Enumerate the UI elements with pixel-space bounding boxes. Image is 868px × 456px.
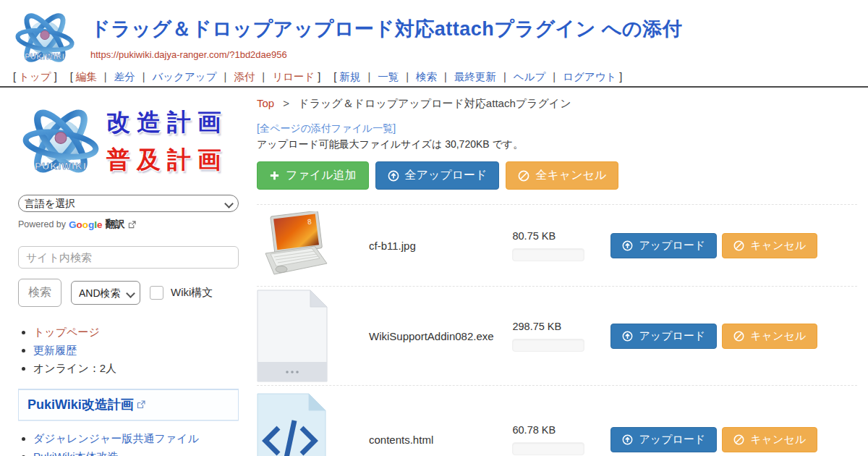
nav-divider: |	[553, 71, 556, 83]
file-thumbnail-laptop: 8	[257, 211, 333, 280]
ban-icon	[518, 170, 529, 182]
nav-item-backup[interactable]: バックアップ	[152, 71, 216, 83]
sidebar-quick-links: トップページ 更新履歴 オンライン：2人	[18, 324, 239, 376]
upload-circle-icon	[622, 434, 633, 445]
upload-all-button[interactable]: 全アップロード	[375, 161, 500, 190]
upload-label: アップロード	[639, 329, 705, 343]
breadcrumb-home-link[interactable]: Top	[257, 97, 274, 109]
sidebar-section-box: PukiWiki改造計画	[18, 389, 239, 421]
upload-button[interactable]: アップロード	[610, 233, 717, 258]
nav-divider: |	[262, 71, 265, 83]
nav-item-top[interactable]: トップ	[19, 71, 51, 83]
nav-item-attach[interactable]: 添付	[234, 71, 255, 83]
nav-group-site: [ 新規 | 一覧 | 検索 | 最終更新 | ヘルプ | ログアウト ]	[333, 71, 622, 83]
sidebar-link-core-mods[interactable]: PukiWiki本体改造	[33, 450, 119, 456]
cancel-button[interactable]: キャンセル	[722, 427, 817, 452]
nav-item-new[interactable]: 新規	[339, 71, 360, 83]
cancel-all-label: 全キャンセル	[535, 168, 606, 183]
external-link-icon	[128, 221, 136, 229]
nav-item-help[interactable]: ヘルプ	[514, 71, 546, 83]
file-actions: アップロード キャンセル	[610, 324, 817, 349]
ban-icon	[733, 240, 744, 251]
progress-bar	[512, 248, 584, 261]
file-size: 80.75 KB	[512, 230, 597, 242]
bracket: ]	[619, 71, 622, 83]
sidebar-logo-slogan: 改造計画 普及計画	[106, 104, 228, 177]
pukiwiki-atom-logo[interactable]: PUKIWIKI	[13, 4, 77, 71]
file-size-cell: 298.75 KB	[512, 321, 597, 352]
upload-toolbar: ファイル追加 全アップロード 全キャンセル	[257, 161, 857, 190]
file-thumbnail-generic	[257, 290, 333, 382]
nav-item-reload[interactable]: リロード	[272, 71, 315, 83]
cancel-all-button[interactable]: 全キャンセル	[506, 161, 618, 190]
site-search-input[interactable]	[18, 246, 239, 269]
nav-divider: |	[142, 71, 145, 83]
search-mode-wrap: AND検索	[71, 281, 140, 305]
cancel-label: キャンセル	[750, 329, 806, 343]
bracket: ]	[318, 71, 320, 83]
sidebar-link-update-history[interactable]: 更新履歴	[33, 344, 77, 356]
plus-icon	[269, 170, 280, 181]
google-translate-credit: Powered by Google 翻訳	[18, 218, 239, 231]
file-name: WikiSupportAddin082.exe	[333, 330, 512, 342]
add-files-button[interactable]: ファイル追加	[257, 161, 369, 190]
ban-icon	[733, 331, 744, 342]
section-title-text: PukiWiki改造計画	[27, 396, 134, 413]
file-row: WikiSupportAddin082.exe 298.75 KB アップロード	[257, 286, 857, 385]
code-file-icon	[257, 393, 326, 456]
main-content: Top > ドラッグ＆ドロップアップロード対応attachプラグイン [全ページ…	[257, 91, 857, 456]
file-row: 8 cf-b11.jpg 80.75 KB	[257, 204, 857, 286]
search-mode-select[interactable]: AND検索	[71, 281, 140, 305]
nav-group-top: [ トップ ]	[13, 71, 60, 83]
upload-button[interactable]: アップロード	[610, 324, 717, 349]
slogan-line-1: 改造計画	[106, 104, 228, 140]
page-title: ドラッグ＆ドロップアップロード対応attachプラグイン への添付	[90, 16, 682, 42]
cancel-button[interactable]: キャンセル	[722, 324, 817, 349]
list-item: PukiWiki本体改造	[33, 449, 239, 456]
sidebar: PUKIWIKI 改造計画 普及計画 言語を選択 Powered by Goog…	[18, 96, 239, 456]
all-attachments-link[interactable]: [全ページの添付ファイル一覧]	[257, 122, 857, 135]
translate-link[interactable]: 翻訳	[106, 218, 125, 231]
nav-item-diff[interactable]: 差分	[114, 71, 135, 83]
wiki-syntax-checkbox[interactable]	[150, 286, 163, 300]
nav-item-recent[interactable]: 最終更新	[454, 71, 496, 83]
online-count: オンライン：2人	[33, 362, 116, 374]
search-controls: 検索 AND検索 Wiki構文	[18, 279, 239, 307]
file-size-cell: 80.75 KB	[512, 230, 597, 261]
slogan-line-2: 普及計画	[106, 141, 228, 178]
nav-item-logout[interactable]: ログアウト	[563, 71, 616, 83]
ban-icon	[733, 434, 744, 445]
upload-circle-icon	[388, 170, 399, 182]
sidebar-section-title-link[interactable]: PukiWiki改造計画	[27, 396, 145, 413]
list-item: ダジャレンジャー版共通ファイル	[33, 431, 239, 447]
upload-button[interactable]: アップロード	[610, 427, 717, 452]
cancel-button[interactable]: キャンセル	[722, 233, 817, 258]
file-actions: アップロード キャンセル	[610, 233, 817, 258]
language-select[interactable]: 言語を選択	[18, 195, 239, 212]
nav-item-search[interactable]: 検索	[416, 71, 437, 83]
nav-item-list[interactable]: 一覧	[378, 71, 399, 83]
nav-divider: |	[503, 71, 506, 83]
file-actions: アップロード キャンセル	[610, 427, 817, 452]
logo-brand-text: PUKIWIKI	[25, 52, 65, 61]
breadcrumb: Top > ドラッグ＆ドロップアップロード対応attachプラグイン	[257, 97, 857, 111]
nav-item-edit[interactable]: 編集	[76, 71, 97, 83]
pukiwiki-page: PUKIWIKI ドラッグ＆ドロップアップロード対応attachプラグイン への…	[0, 0, 868, 456]
language-select-wrap: 言語を選択	[18, 195, 239, 212]
upload-label: アップロード	[639, 433, 705, 447]
laptop-photo-thumbnail: 8	[257, 211, 329, 280]
search-button[interactable]: 検索	[18, 279, 61, 307]
upload-circle-icon	[622, 240, 633, 251]
header-divider	[0, 86, 868, 88]
wiki-syntax-label: Wiki構文	[171, 286, 213, 300]
bracket: ]	[54, 71, 57, 83]
upload-circle-icon	[622, 331, 633, 342]
file-thumbnail-code	[257, 393, 333, 456]
sidebar-site-logo[interactable]: PUKIWIKI 改造計画 普及計画	[18, 96, 239, 186]
generic-file-icon	[257, 290, 328, 382]
upload-label: アップロード	[639, 239, 705, 253]
progress-bar	[512, 339, 584, 352]
sidebar-link-common-files[interactable]: ダジャレンジャー版共通ファイル	[33, 432, 199, 444]
sidebar-link-top-page[interactable]: トップページ	[33, 326, 100, 338]
top-navigation: [ トップ ] [ 編集 | 差分 | バックアップ | 添付 | リロード ]…	[13, 70, 867, 84]
